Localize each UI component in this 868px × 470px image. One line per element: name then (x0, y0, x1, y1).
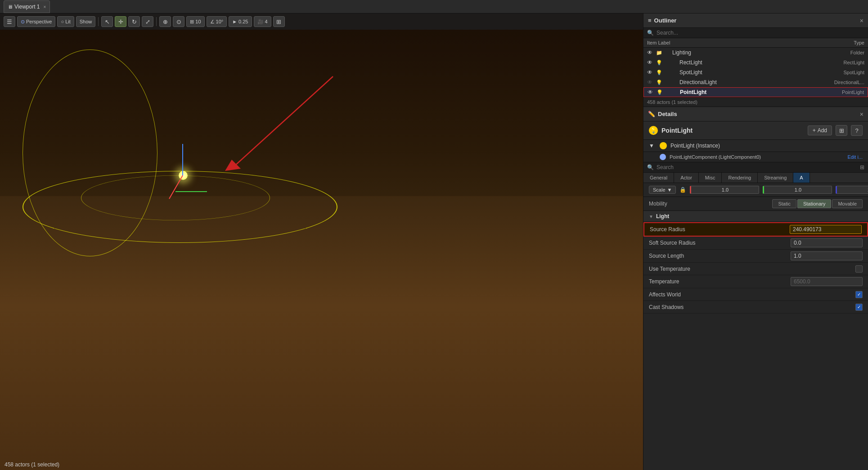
outliner-item-pointlight[interactable]: 👁 💡 PointLight PointLight (643, 87, 868, 97)
actors-count-label: 458 actors (1 selected) (643, 97, 868, 107)
temperature-input[interactable] (791, 277, 863, 286)
cast-shadows-checkbox[interactable] (855, 304, 863, 311)
tab-streaming[interactable]: Streaming (758, 173, 793, 183)
scale-dropdown[interactable]: Scale ▼ (649, 186, 676, 194)
use-temperature-checkbox[interactable] (855, 265, 863, 273)
instance-name-label: PointLight (Instance) (670, 143, 863, 149)
spotlight-icon: 💡 (656, 70, 663, 76)
lit-label: Lit (65, 19, 71, 24)
lock-icon[interactable]: 🔒 (679, 185, 686, 194)
angle-snap-button[interactable]: ∠ 10° (207, 16, 227, 27)
scale-tool-button[interactable]: ⤢ (142, 16, 153, 27)
scale-z-input[interactable] (836, 186, 868, 194)
source-length-label: Source Length (649, 253, 787, 259)
affects-world-checkbox[interactable] (855, 291, 863, 298)
hamburger-menu-button[interactable]: ☰ (4, 16, 15, 27)
details-close-button[interactable]: × (860, 111, 864, 118)
outliner-close-button[interactable]: × (860, 17, 864, 24)
mobility-movable-button[interactable]: Movable (832, 199, 863, 208)
mobility-row: Mobility Static Stationary Movable (643, 197, 868, 211)
visibility-eye-pointlight[interactable]: 👁 (648, 89, 655, 95)
item-name-lighting: Lighting (672, 49, 809, 56)
visibility-eye-rectlight[interactable]: 👁 (647, 59, 654, 66)
cast-shadows-label: Cast Shadows (649, 304, 852, 310)
viewport-tab[interactable]: 🖥 Viewport 1 × (4, 0, 50, 13)
add-component-button[interactable]: + Add (808, 125, 832, 135)
viewport-tab-label: Viewport 1 (14, 4, 40, 10)
scale-x-input[interactable] (690, 186, 759, 194)
details-search-input[interactable] (657, 164, 857, 170)
outliner-item-lighting[interactable]: 👁 📁 Lighting Folder (643, 48, 868, 58)
tab-all[interactable]: A (793, 173, 810, 183)
section-expand-icon: ▼ (649, 214, 653, 219)
layout-button[interactable]: ⊞ (273, 16, 285, 27)
scale-y-input[interactable] (763, 186, 832, 194)
instance-row[interactable]: ▼ PointLight (Instance) (643, 140, 868, 152)
scale-row: Scale ▼ 🔒 (643, 183, 868, 197)
soft-source-radius-input[interactable] (791, 238, 863, 247)
perspective-button[interactable]: ⊙ Perspective (17, 16, 55, 27)
visibility-eye-spotlight[interactable]: 👁 (647, 69, 654, 76)
speed-icon: ► (232, 19, 237, 24)
sub-component-row[interactable]: PointLightComponent (LightComponent0) Ed… (643, 152, 868, 162)
pointlight-component-icon: 💡 (649, 126, 658, 135)
actor-count-label: 458 actors (1 selected) (4, 461, 59, 468)
grid-snap-button[interactable]: ⊞ 10 (186, 16, 204, 27)
right-panel: ≡ Outliner × 🔍 Item Label Type 👁 📁 Light… (643, 13, 868, 470)
world-space-button[interactable]: ⊕ (159, 16, 171, 27)
visibility-eye-directionallight[interactable]: 👁 (647, 79, 654, 85)
edit-link[interactable]: Edit i... (847, 154, 863, 160)
item-type-pointlight: PointLight (810, 90, 864, 95)
lit-button[interactable]: ○ Lit (57, 16, 74, 27)
item-name-pointlight: PointLight (680, 89, 808, 95)
source-length-input[interactable] (791, 251, 863, 260)
details-icon: ✏️ (648, 111, 655, 117)
outliner-item-spotlight[interactable]: 👁 💡 SpotLight SpotLight (643, 67, 868, 77)
source-radius-input[interactable] (790, 225, 862, 234)
outliner-panel: ≡ Outliner × 🔍 Item Label Type 👁 📁 Light… (643, 13, 868, 107)
item-type-spotlight: SpotLight (810, 70, 864, 75)
viewport-tab-close[interactable]: × (43, 4, 46, 9)
details-panel: ✏️ Details × 💡 PointLight + Add ⊞ ? (643, 107, 868, 470)
component-settings-button[interactable]: ⊞ (836, 125, 847, 136)
camera-button[interactable]: 🎥 4 (254, 16, 271, 27)
outliner-item-rectlight[interactable]: 👁 💡 RectLight RectLight (643, 58, 868, 67)
select-tool-button[interactable]: ↖ (101, 16, 113, 27)
item-type-directionallight: DirectionalL... (810, 80, 864, 85)
details-search-bar: 🔍 ⊞ (643, 162, 868, 173)
sub-component-name: PointLightComponent (LightComponent0) (670, 154, 844, 160)
outliner-type-column: Type (810, 40, 864, 45)
details-search-icon: 🔍 (647, 164, 654, 170)
light-section-header[interactable]: ▼ Light (643, 211, 868, 222)
item-name-rectlight: RectLight (679, 59, 809, 66)
component-help-button[interactable]: ? (851, 125, 863, 136)
outliner-label-column: Item Label (647, 40, 810, 45)
z-axis-arrow[interactable] (182, 144, 183, 175)
tab-misc[interactable]: Misc (699, 173, 722, 183)
translate-icon: ✛ (118, 18, 123, 25)
component-header: 💡 PointLight + Add ⊞ ? (643, 121, 868, 140)
y-axis-arrow[interactable] (175, 191, 207, 192)
outliner-item-directionallight[interactable]: 👁 💡 DirectionalLight DirectionalL... (643, 77, 868, 87)
rotate-tool-button[interactable]: ↻ (128, 16, 140, 27)
temperature-label: Temperature (649, 278, 787, 285)
mobility-buttons: Static Stationary Movable (772, 199, 863, 208)
scale-icon: ⤢ (145, 18, 150, 25)
rectlight-icon: 💡 (656, 60, 663, 66)
cursor-icon: ↖ (105, 18, 110, 25)
mobility-stationary-button[interactable]: Stationary (797, 199, 832, 208)
speed-button[interactable]: ► 0.25 (229, 16, 252, 27)
outliner-search-input[interactable] (657, 30, 864, 36)
show-button[interactable]: Show (76, 16, 96, 27)
mobility-static-button[interactable]: Static (772, 199, 796, 208)
surface-snapping-button[interactable]: ⊙ (173, 16, 184, 27)
translate-tool-button[interactable]: ✛ (115, 16, 126, 27)
tab-general[interactable]: General (643, 173, 674, 183)
tab-actor[interactable]: Actor (674, 173, 699, 183)
details-search-options-icon[interactable]: ⊞ (860, 164, 864, 170)
visibility-eye-lighting[interactable]: 👁 (647, 49, 654, 56)
folder-icon: 📁 (656, 50, 663, 56)
tab-rendering[interactable]: Rendering (722, 173, 758, 183)
outliner-search-bar: 🔍 (643, 28, 868, 38)
outliner-icon: ≡ (648, 17, 652, 24)
